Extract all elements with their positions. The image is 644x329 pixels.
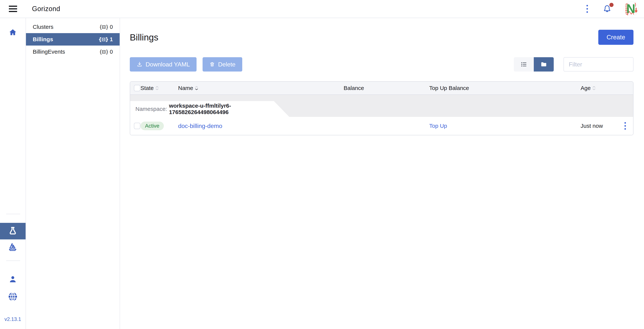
avatar-letter: N bbox=[626, 3, 635, 15]
billings-table: State Name Balance T bbox=[130, 81, 634, 135]
row-actions-button[interactable] bbox=[622, 121, 628, 131]
age-value: Just now bbox=[580, 123, 603, 129]
sort-icon-active bbox=[195, 86, 198, 90]
billing-name-link[interactable]: doc-billing-demo bbox=[178, 123, 222, 130]
notification-dot bbox=[610, 3, 614, 7]
top-bar: Gorizond C02CC0CDB8D91D8DEBF! N bbox=[0, 0, 644, 18]
lab-nav-button[interactable] bbox=[0, 223, 26, 239]
column-header-age[interactable]: Age bbox=[580, 85, 633, 91]
count-value: 0 bbox=[110, 49, 113, 55]
app-version: v2.13.1 bbox=[0, 316, 26, 322]
column-header-name[interactable]: Name bbox=[178, 85, 344, 91]
filter-input[interactable] bbox=[564, 57, 634, 72]
folder-icon bbox=[540, 61, 547, 68]
download-icon bbox=[136, 61, 142, 67]
resource-sidebar: Clusters {⊟} 0 Billings {⊟} 1 BillingEve… bbox=[26, 18, 120, 329]
resource-count: {⊟} 1 bbox=[98, 36, 113, 43]
sort-icon bbox=[592, 86, 596, 90]
table-row: Active doc-billing-demo Top Up Just now bbox=[130, 117, 633, 135]
table-header: State Name Balance T bbox=[130, 82, 633, 95]
resource-count: {⊟} 0 bbox=[99, 24, 113, 30]
hamburger-menu-icon[interactable] bbox=[0, 6, 26, 12]
sort-icon bbox=[156, 86, 158, 90]
count-icon: {⊟} bbox=[98, 37, 108, 42]
view-toggle bbox=[514, 57, 554, 72]
delete-button[interactable]: Delete bbox=[202, 57, 242, 72]
sidebar-item-clusters[interactable]: Clusters {⊟} 0 bbox=[26, 21, 120, 33]
group-by-namespace-button[interactable] bbox=[534, 57, 554, 72]
download-yaml-button[interactable]: Download YAML bbox=[130, 57, 196, 72]
sidebar-item-billingevents[interactable]: BillingEvents {⊟} 0 bbox=[26, 46, 120, 58]
top-bar-actions: C02CC0CDB8D91D8DEBF! N bbox=[584, 1, 644, 16]
namespace-group-row: Namespace: workspace-u-ffmltilyr6-176582… bbox=[130, 95, 633, 117]
home-button[interactable] bbox=[0, 28, 26, 37]
toolbar: Download YAML Delete bbox=[130, 57, 634, 72]
list-view-button[interactable] bbox=[514, 57, 534, 72]
sidebar-item-label: Billings bbox=[33, 36, 53, 43]
page-title: Billings bbox=[130, 32, 158, 43]
status-badge: Active bbox=[140, 122, 164, 130]
flask-icon bbox=[8, 226, 18, 236]
resource-count: {⊟} 0 bbox=[99, 49, 113, 55]
column-header-balance: Balance bbox=[344, 85, 429, 91]
namespace-tab: Namespace: workspace-u-ffmltilyr6-176582… bbox=[130, 101, 289, 117]
app-root: Gorizond C02CC0CDB8D91D8DEBF! N bbox=[0, 0, 644, 329]
person-icon bbox=[8, 274, 18, 284]
list-icon bbox=[520, 61, 528, 68]
app-title: Gorizond bbox=[32, 5, 60, 13]
icon-rail: v2.13.1 bbox=[0, 18, 26, 329]
count-icon: {⊟} bbox=[99, 24, 108, 30]
count-value: 0 bbox=[110, 24, 113, 30]
globe-icon bbox=[8, 291, 18, 302]
create-button[interactable]: Create bbox=[598, 30, 634, 45]
top-up-link[interactable]: Top Up bbox=[429, 123, 447, 129]
trash-icon bbox=[209, 62, 215, 67]
count-value: 1 bbox=[110, 36, 113, 43]
namespace-label: Namespace: bbox=[136, 106, 167, 112]
select-all-checkbox[interactable] bbox=[134, 85, 140, 91]
row-checkbox[interactable] bbox=[134, 123, 140, 129]
sidebar-item-label: Clusters bbox=[33, 24, 54, 30]
fleet-nav-button[interactable] bbox=[0, 241, 26, 252]
rail-divider bbox=[6, 214, 20, 214]
sidebar-item-label: BillingEvents bbox=[33, 49, 65, 55]
sailboat-icon bbox=[7, 241, 18, 252]
avatar[interactable]: C02CC0CDB8D91D8DEBF! N bbox=[624, 1, 639, 16]
language-button[interactable] bbox=[0, 291, 26, 302]
main-content: Billings Create Download YAML Delete bbox=[120, 18, 644, 329]
count-icon: {⊟} bbox=[99, 49, 108, 55]
namespace-value: workspace-u-ffmltilyr6-17658262644980644… bbox=[169, 103, 289, 115]
column-header-state[interactable]: State bbox=[140, 85, 178, 91]
rail-divider bbox=[6, 260, 20, 261]
sidebar-item-billings[interactable]: Billings {⊟} 1 bbox=[26, 33, 120, 46]
notifications-button[interactable] bbox=[602, 4, 612, 14]
home-icon bbox=[8, 28, 18, 37]
user-button[interactable] bbox=[0, 274, 26, 284]
kebab-menu-icon[interactable] bbox=[584, 4, 590, 14]
column-header-topup: Top Up Balance bbox=[429, 85, 580, 91]
